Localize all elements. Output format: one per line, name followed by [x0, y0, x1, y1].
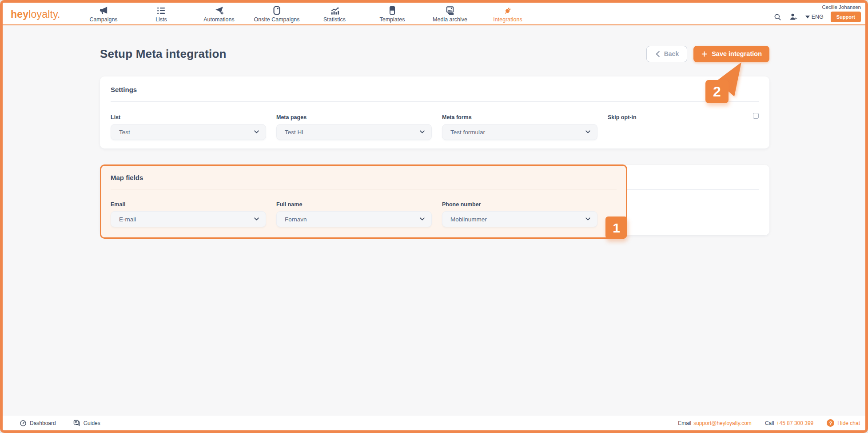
- nav-item-campaigns[interactable]: Campaigns: [75, 3, 132, 24]
- settings-title: Settings: [111, 85, 759, 94]
- save-integration-button[interactable]: Save integration: [693, 46, 769, 62]
- gauge-icon: [20, 420, 27, 427]
- hide-chat-label: Hide chat: [837, 420, 860, 426]
- map-fields-section: Map fields Email E-mail Full name: [100, 164, 769, 239]
- dashboard-label: Dashboard: [30, 420, 56, 426]
- user-settings-icon[interactable]: [789, 12, 798, 21]
- phone-link[interactable]: +45 87 300 399: [776, 420, 814, 426]
- back-button[interactable]: Back: [646, 46, 687, 62]
- nav-label: Campaigns: [89, 16, 117, 23]
- top-navbar: heyloyalty. Campaigns Lists Automations: [3, 3, 865, 25]
- nav-item-statistics[interactable]: Statistics: [306, 3, 363, 24]
- guides-link[interactable]: Guides: [73, 419, 100, 427]
- annotation-step-1-badge: 1: [605, 216, 627, 239]
- nav-item-onsite-campaigns[interactable]: Onsite Campaigns: [248, 3, 306, 24]
- language-label: ENG: [812, 14, 824, 20]
- chevron-down-icon: [254, 217, 259, 221]
- nav-label: Lists: [155, 16, 167, 23]
- nav-label: Statistics: [323, 16, 346, 23]
- nav-item-integrations[interactable]: Integrations: [479, 3, 537, 24]
- divider: [111, 101, 759, 102]
- page-title: Setup Meta integration: [100, 47, 227, 61]
- plus-icon: [701, 51, 708, 57]
- main-nav: Campaigns Lists Automations Onsite Campa…: [75, 3, 537, 24]
- template-icon: [387, 5, 397, 16]
- phone-number-select[interactable]: Mobilnummer: [442, 211, 597, 227]
- navbar-right: Cecilie Johansen ENG Support: [773, 4, 861, 22]
- nav-label: Media archive: [433, 16, 467, 23]
- annotation-step-2-badge: 2: [705, 80, 729, 103]
- chevron-down-icon: [254, 130, 259, 134]
- support-email: Email support@heyloyalty.com: [678, 420, 752, 426]
- chevron-down-icon: [419, 217, 425, 221]
- app-window: heyloyalty. Campaigns Lists Automations: [0, 0, 868, 433]
- logo-text-bold: hey: [11, 8, 28, 20]
- logo-text-regular: loyalty.: [28, 8, 60, 20]
- meta-pages-select[interactable]: Test HL: [276, 124, 432, 140]
- settings-card: Settings List Test Meta pages Test HL: [100, 76, 769, 148]
- megaphone-icon: [99, 5, 109, 16]
- support-button[interactable]: Support: [831, 12, 861, 22]
- back-button-label: Back: [664, 50, 679, 57]
- chevron-left-icon: [655, 51, 661, 57]
- field-list: List Test: [111, 114, 266, 140]
- nav-item-templates[interactable]: Templates: [363, 3, 421, 24]
- user-name[interactable]: Cecilie Johansen: [822, 4, 861, 10]
- nav-label: Automations: [203, 16, 234, 23]
- caret-down-icon: [805, 15, 810, 19]
- field-meta-pages: Meta pages Test HL: [276, 114, 432, 140]
- support-phone: Call +45 87 300 399: [765, 420, 813, 426]
- divider: [111, 189, 617, 189]
- map-fields-highlight-box: Map fields Email E-mail Full name: [100, 164, 627, 239]
- chevron-down-icon: [419, 130, 425, 134]
- language-selector[interactable]: ENG: [805, 14, 824, 20]
- nav-item-media-archive[interactable]: Media archive: [421, 3, 479, 24]
- chevron-down-icon: [585, 217, 591, 221]
- nav-label: Onsite Campaigns: [254, 16, 300, 23]
- email-link[interactable]: support@heyloyalty.com: [693, 420, 752, 426]
- meta-forms-select[interactable]: Test formular: [442, 124, 597, 140]
- guides-icon: [73, 419, 80, 427]
- chevron-down-icon: [585, 130, 591, 134]
- send-gear-icon: [214, 5, 224, 16]
- list-icon: [156, 5, 166, 16]
- nav-label: Integrations: [493, 16, 522, 23]
- search-icon[interactable]: [773, 13, 782, 21]
- plug-icon: [503, 5, 513, 16]
- chart-icon: [330, 5, 340, 16]
- hide-chat-button[interactable]: ? Hide chat: [827, 419, 860, 427]
- image-stack-icon: [445, 5, 455, 16]
- field-phone-number: Phone number Mobilnummer: [442, 201, 597, 227]
- footer-bar: Dashboard Guides Email support@heyloyalt…: [3, 416, 865, 430]
- nav-item-lists[interactable]: Lists: [132, 3, 190, 24]
- save-button-label: Save integration: [712, 50, 762, 57]
- field-email: Email E-mail: [111, 201, 266, 227]
- main-content: Setup Meta integration Back Save integra…: [3, 25, 865, 416]
- email-select[interactable]: E-mail: [111, 211, 266, 227]
- field-full-name: Full name Fornavn: [276, 201, 432, 227]
- map-fields-title: Map fields: [111, 173, 617, 182]
- full-name-select[interactable]: Fornavn: [276, 211, 432, 227]
- guides-label: Guides: [84, 420, 100, 426]
- device-icon: [272, 5, 282, 16]
- nav-item-automations[interactable]: Automations: [190, 3, 248, 24]
- field-meta-forms: Meta forms Test formular: [442, 114, 597, 140]
- skip-opt-in-checkbox[interactable]: [753, 113, 759, 119]
- heyloyalty-logo[interactable]: heyloyalty.: [11, 8, 60, 20]
- list-select[interactable]: Test: [111, 124, 266, 140]
- nav-label: Templates: [380, 16, 405, 23]
- field-skip-opt-in: Skip opt-in: [608, 114, 759, 140]
- email-label: Email: [678, 420, 691, 426]
- help-icon: ?: [827, 419, 834, 427]
- dashboard-link[interactable]: Dashboard: [20, 420, 56, 427]
- call-label: Call: [765, 420, 774, 426]
